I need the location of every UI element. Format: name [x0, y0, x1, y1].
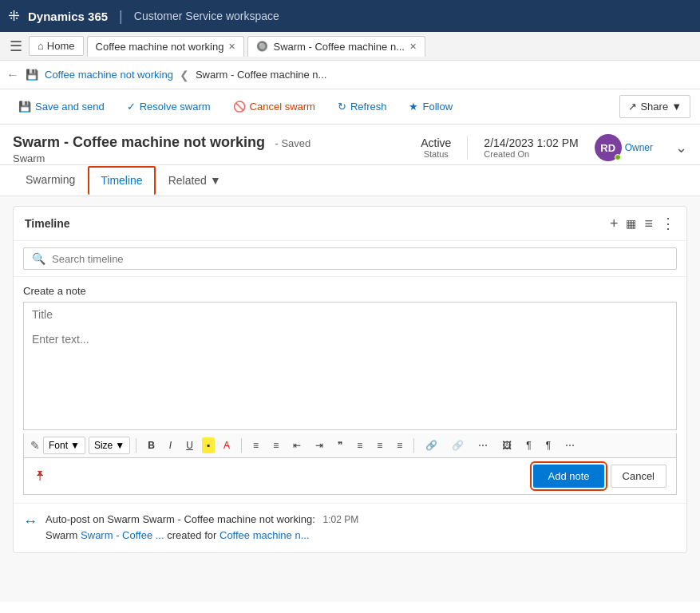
rte-align-right-button[interactable]: ≡	[371, 437, 388, 454]
rte-bold-button[interactable]: B	[142, 437, 160, 454]
breadcrumb-swarm: Swarm - Coffee machine n...	[196, 69, 327, 81]
auto-post-text: Auto-post on Swarm Swarm - Coffee machin…	[45, 512, 358, 528]
refresh-icon: ↻	[338, 101, 346, 113]
tab-bar: ☰ ⌂ Home Coffee machine not working ✕ 🔘 …	[0, 32, 700, 61]
tab-navigation: Swarming Timeline Related ▼	[0, 165, 700, 196]
tab-swarming[interactable]: Swarming	[13, 165, 88, 196]
rte-toolbar: ✎ Font ▼ Size ▼ B I U ▪ A ≡ ≡ ⇤ ⇥	[23, 433, 677, 458]
menu-button[interactable]: ☰	[6, 34, 26, 58]
rte-unlink-button[interactable]: 🔗	[446, 437, 469, 454]
tab-swarm-label: Swarm - Coffee machine n...	[273, 41, 405, 53]
note-title-input[interactable]	[23, 302, 677, 326]
auto-post-icon: ↔	[23, 513, 38, 530]
rte-size-chevron: ▼	[115, 440, 125, 451]
tab-related[interactable]: Related ▼	[156, 166, 234, 195]
tab-timeline[interactable]: Timeline	[88, 166, 155, 195]
rte-color-button[interactable]: A	[218, 437, 235, 454]
tab-coffee[interactable]: Coffee machine not working ✕	[87, 36, 245, 57]
toolbar: 💾 Save and send ✓ Resolve swarm 🚫 Cancel…	[0, 89, 700, 125]
rte-dots-button[interactable]: ⋯	[473, 437, 493, 454]
tab-swarm-close[interactable]: ✕	[409, 42, 417, 52]
rte-align-extra-button[interactable]: ≡	[391, 437, 408, 454]
rte-quote-button[interactable]: ❞	[332, 437, 348, 454]
status-label: Status	[421, 149, 451, 159]
back-button[interactable]: ←	[6, 68, 19, 82]
save-icon: 💾	[26, 69, 38, 81]
cancel-swarm-icon: 🚫	[233, 101, 246, 113]
collapse-button[interactable]: ⌄	[675, 139, 687, 156]
follow-label: Follow	[422, 101, 453, 113]
timeline-actions: + ▦ ≡ ⋮	[610, 215, 675, 232]
created-date-label: Created On	[484, 149, 578, 159]
grid-icon[interactable]: ⁜	[8, 7, 20, 25]
resolve-swarm-icon: ✓	[127, 101, 136, 113]
avatar: RD	[595, 134, 622, 161]
timeline-add-button[interactable]: +	[610, 216, 619, 232]
saved-badge: - Saved	[275, 137, 311, 149]
rte-increase-indent-button[interactable]: ⇥	[310, 437, 329, 454]
timeline-header: Timeline + ▦ ≡ ⋮	[14, 207, 686, 241]
share-label: Share	[640, 101, 668, 113]
rte-underline-button[interactable]: U	[180, 437, 199, 454]
home-label: Home	[47, 40, 75, 52]
rte-image-button[interactable]: 🖼	[496, 437, 517, 454]
save-send-icon: 💾	[18, 101, 31, 113]
follow-icon: ★	[409, 101, 418, 113]
refresh-button[interactable]: ↻ Refresh	[329, 95, 396, 118]
timeline-sort-button[interactable]: ≡	[644, 216, 653, 232]
share-button[interactable]: ↗ Share ▼	[619, 95, 690, 118]
breadcrumb-coffee[interactable]: Coffee machine not working	[45, 69, 173, 81]
refresh-label: Refresh	[350, 101, 387, 113]
owner-label: Owner	[625, 142, 653, 153]
rte-decrease-indent-button[interactable]: ⇤	[287, 437, 306, 454]
rte-paint-icon: ✎	[30, 439, 40, 452]
cancel-swarm-label: Cancel swarm	[250, 101, 315, 113]
workspace-label: Customer Service workspace	[134, 10, 279, 22]
rte-align-center-button[interactable]: ≡	[267, 437, 284, 454]
record-type: Swarm	[13, 152, 421, 164]
breadcrumb-separator: ❮	[180, 69, 189, 81]
auto-post-line2: Swarm Swarm - Coffee ... created for Cof…	[45, 528, 358, 544]
share-chevron-icon: ▼	[671, 101, 682, 113]
tab-swarm[interactable]: 🔘 Swarm - Coffee machine n... ✕	[247, 36, 425, 57]
brand-name: Dynamics 365	[28, 10, 108, 23]
cancel-note-button[interactable]: Cancel	[611, 465, 666, 488]
rte-highlight-button[interactable]: ▪	[202, 437, 215, 453]
record-title: Swarm - Coffee machine not working	[13, 134, 265, 150]
rte-rtl-button[interactable]: ¶	[540, 437, 556, 454]
rte-align-justify-button[interactable]: ≡	[351, 437, 368, 454]
resolve-swarm-button[interactable]: ✓ Resolve swarm	[118, 95, 219, 118]
note-actions: 🖈 Add note Cancel	[23, 458, 677, 495]
rte-more-button[interactable]: ⋯	[560, 437, 580, 454]
auto-post-link2[interactable]: Coffee machine n...	[219, 529, 310, 541]
create-note-section: Create a note ✎ Font ▼ Size ▼ B I U ▪	[14, 277, 686, 503]
rte-italic-button[interactable]: I	[164, 437, 177, 454]
tab-coffee-close[interactable]: ✕	[228, 42, 235, 52]
main-content: Timeline + ▦ ≡ ⋮ 🔍 Create a note ✎	[0, 196, 700, 602]
attach-button[interactable]: 🖈	[34, 468, 48, 484]
save-send-button[interactable]: 💾 Save and send	[10, 95, 113, 118]
nav-divider: |	[119, 8, 123, 25]
rte-font-chevron: ▼	[70, 440, 80, 451]
add-note-button[interactable]: Add note	[533, 465, 603, 488]
status-value: Active	[421, 136, 451, 149]
top-nav: ⁜ Dynamics 365 | Customer Service worksp…	[0, 0, 700, 32]
home-tab[interactable]: ⌂ Home	[29, 36, 84, 56]
create-note-label: Create a note	[23, 285, 677, 297]
timeline-more-button[interactable]: ⋮	[661, 215, 675, 232]
cancel-swarm-button[interactable]: 🚫 Cancel swarm	[224, 95, 324, 118]
rte-link-button[interactable]: 🔗	[420, 437, 443, 454]
timeline-filter-button[interactable]: ▦	[626, 217, 636, 230]
rte-align-left-button[interactable]: ≡	[247, 437, 264, 454]
rte-font-dropdown[interactable]: Font ▼	[43, 437, 85, 454]
auto-post-link1[interactable]: Swarm - Coffee ...	[81, 529, 164, 541]
resolve-swarm-label: Resolve swarm	[140, 101, 211, 113]
rte-ltr-button[interactable]: ¶	[520, 437, 536, 454]
note-text-input[interactable]	[23, 326, 677, 430]
search-box[interactable]: 🔍	[23, 247, 677, 270]
rte-size-dropdown[interactable]: Size ▼	[89, 437, 130, 454]
search-icon: 🔍	[32, 252, 45, 265]
related-chevron-icon: ▼	[210, 174, 221, 187]
search-input[interactable]	[52, 253, 668, 265]
follow-button[interactable]: ★ Follow	[400, 95, 461, 118]
